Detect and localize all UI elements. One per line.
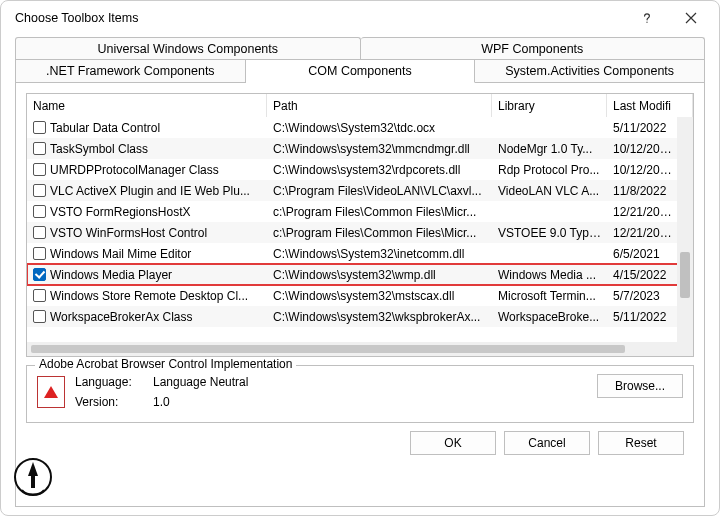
table-row[interactable]: Tabular Data ControlC:\Windows\System32\… <box>27 117 693 138</box>
tab-net-framework[interactable]: .NET Framework Components <box>15 59 246 83</box>
adobe-icon <box>37 376 65 408</box>
table-row[interactable]: VSTO FormRegionsHostXc:\Program Files\Co… <box>27 201 693 222</box>
tab-row-bottom: .NET Framework Components COM Components… <box>15 59 705 83</box>
cancel-button[interactable]: Cancel <box>504 431 590 455</box>
tab-label: WPF Components <box>481 42 583 56</box>
version-label: Version: <box>75 395 145 409</box>
checkbox[interactable] <box>33 310 46 323</box>
tab-label: Universal Windows Components <box>97 42 278 56</box>
scroll-thumb[interactable] <box>31 345 625 353</box>
table-row[interactable]: Windows Mail Mime EditorC:\Windows\Syste… <box>27 243 693 264</box>
list-header: Name Path Library Last Modifi <box>27 94 693 117</box>
detail-panel: Adobe Acrobat Browser Control Implementa… <box>26 365 694 423</box>
column-label: Library <box>498 99 535 113</box>
row-name: Windows Media Player <box>50 268 172 282</box>
row-name: VLC ActiveX Plugin and IE Web Plu... <box>50 184 250 198</box>
row-path: c:\Program Files\Common Files\Micr... <box>267 226 492 240</box>
row-library: VSTOEE 9.0 Type ... <box>492 226 607 240</box>
scroll-thumb[interactable] <box>680 252 690 298</box>
checkbox[interactable] <box>33 121 46 134</box>
tab-system-activities[interactable]: System.Activities Components <box>475 59 705 83</box>
reset-button[interactable]: Reset <box>598 431 684 455</box>
checkbox[interactable] <box>33 226 46 239</box>
language-value: Language Neutral <box>153 375 248 389</box>
button-label: OK <box>444 436 461 450</box>
checkbox[interactable] <box>33 268 46 281</box>
row-library: WorkspaceBroke... <box>492 310 607 324</box>
row-path: C:\Windows\System32\inetcomm.dll <box>267 247 492 261</box>
table-row[interactable]: TaskSymbol ClassC:\Windows\system32\mmcn… <box>27 138 693 159</box>
tab-row-top: Universal Windows Components WPF Compone… <box>15 37 705 60</box>
table-row[interactable]: VLC ActiveX Plugin and IE Web Plu...C:\P… <box>27 180 693 201</box>
tab-label: .NET Framework Components <box>46 64 215 78</box>
tab-label: System.Activities Components <box>505 64 674 78</box>
button-label: Cancel <box>528 436 565 450</box>
button-label: Browse... <box>615 379 665 393</box>
tab-wpf[interactable]: WPF Components <box>361 37 706 60</box>
dialog-buttons: OK Cancel Reset <box>26 423 694 459</box>
row-path: c:\Program Files\Common Files\Micr... <box>267 205 492 219</box>
table-row[interactable]: WorkspaceBrokerAx ClassC:\Windows\system… <box>27 306 693 327</box>
components-list: Name Path Library Last Modifi Tabular Da… <box>26 93 694 357</box>
column-modified[interactable]: Last Modifi <box>607 94 693 117</box>
row-name: WorkspaceBrokerAx Class <box>50 310 193 324</box>
tab-universal-windows[interactable]: Universal Windows Components <box>15 37 361 60</box>
checkbox[interactable] <box>33 289 46 302</box>
detail-title: Adobe Acrobat Browser Control Implementa… <box>35 357 296 371</box>
row-library: VideoLAN VLC A... <box>492 184 607 198</box>
horizontal-scrollbar[interactable] <box>27 342 693 356</box>
row-name: UMRDPProtocolManager Class <box>50 163 219 177</box>
dialog-window: Choose Toolbox Items Universal Windows C… <box>0 0 720 516</box>
title-bar: Choose Toolbox Items <box>1 1 719 35</box>
tab-label: COM Components <box>308 64 412 78</box>
table-row[interactable]: Windows Media PlayerC:\Windows\system32\… <box>27 264 693 285</box>
ok-button[interactable]: OK <box>410 431 496 455</box>
row-name: Windows Store Remote Desktop Cl... <box>50 289 248 303</box>
row-path: C:\Program Files\VideoLAN\VLC\axvl... <box>267 184 492 198</box>
column-path[interactable]: Path <box>267 94 492 117</box>
list-body[interactable]: Tabular Data ControlC:\Windows\System32\… <box>27 117 693 342</box>
row-library: Microsoft Termin... <box>492 289 607 303</box>
row-name: VSTO FormRegionsHostX <box>50 205 191 219</box>
close-icon <box>685 12 697 24</box>
window-title: Choose Toolbox Items <box>15 11 138 25</box>
help-icon <box>640 11 654 25</box>
checkbox[interactable] <box>33 247 46 260</box>
table-row[interactable]: Windows Store Remote Desktop Cl...C:\Win… <box>27 285 693 306</box>
row-name: Windows Mail Mime Editor <box>50 247 191 261</box>
help-button[interactable] <box>625 3 669 33</box>
row-path: C:\Windows\system32\mstscax.dll <box>267 289 492 303</box>
language-label: Language: <box>75 375 145 389</box>
browse-button[interactable]: Browse... <box>597 374 683 398</box>
row-path: C:\Windows\system32\mmcndmgr.dll <box>267 142 492 156</box>
tabs: Universal Windows Components WPF Compone… <box>15 37 705 83</box>
row-name: TaskSymbol Class <box>50 142 148 156</box>
button-label: Reset <box>625 436 656 450</box>
checkbox[interactable] <box>33 163 46 176</box>
column-label: Path <box>273 99 298 113</box>
row-name: VSTO WinFormsHost Control <box>50 226 207 240</box>
checkbox[interactable] <box>33 142 46 155</box>
version-value: 1.0 <box>153 395 170 409</box>
vertical-scrollbar[interactable] <box>677 117 693 342</box>
row-library: NodeMgr 1.0 Ty... <box>492 142 607 156</box>
row-path: C:\Windows\system32\rdpcorets.dll <box>267 163 492 177</box>
column-label: Last Modifi <box>613 99 671 113</box>
close-button[interactable] <box>669 3 713 33</box>
row-name: Tabular Data Control <box>50 121 160 135</box>
column-label: Name <box>33 99 65 113</box>
detail-grid: Language: Language Neutral Version: 1.0 <box>75 372 248 412</box>
row-path: C:\Windows\System32\tdc.ocx <box>267 121 492 135</box>
table-row[interactable]: VSTO WinFormsHost Controlc:\Program File… <box>27 222 693 243</box>
panel: Name Path Library Last Modifi Tabular Da… <box>15 83 705 507</box>
row-path: C:\Windows\system32\wkspbrokerAx... <box>267 310 492 324</box>
column-library[interactable]: Library <box>492 94 607 117</box>
row-path: C:\Windows\system32\wmp.dll <box>267 268 492 282</box>
row-library: Windows Media ... <box>492 268 607 282</box>
table-row[interactable]: UMRDPProtocolManager ClassC:\Windows\sys… <box>27 159 693 180</box>
row-library: Rdp Protocol Pro... <box>492 163 607 177</box>
checkbox[interactable] <box>33 205 46 218</box>
tab-com-components[interactable]: COM Components <box>246 59 476 83</box>
checkbox[interactable] <box>33 184 46 197</box>
column-name[interactable]: Name <box>27 94 267 117</box>
